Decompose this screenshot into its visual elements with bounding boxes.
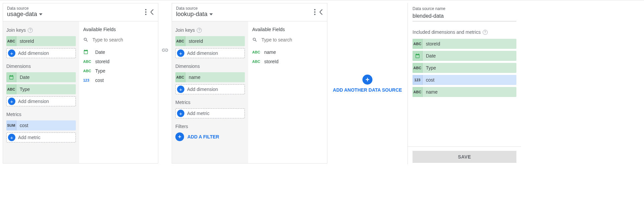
available-field-row[interactable]: ABC storeId [252, 57, 323, 66]
add-metric-button[interactable]: + Add metric [6, 132, 76, 142]
blended-name-input[interactable] [413, 12, 516, 21]
svg-point-5 [314, 14, 316, 15]
dimensions-header: Dimensions [175, 64, 245, 69]
type-badge-icon: ABC [6, 36, 16, 46]
field-pill[interactable]: ABC name [413, 87, 516, 97]
search-icon [252, 37, 258, 43]
chevron-down-icon [39, 13, 42, 15]
field-pill[interactable]: ABC name [175, 72, 245, 82]
field-pill[interactable]: ABC Type [6, 84, 76, 94]
field-pill[interactable]: ABC Type [413, 63, 516, 73]
plus-icon: + [175, 132, 184, 141]
add-dimension-button[interactable]: + Add dimension [6, 96, 76, 106]
more-vert-icon[interactable] [145, 9, 147, 15]
plus-icon: + [8, 98, 15, 105]
type-badge-icon: ABC [175, 72, 185, 82]
field-name: name [185, 75, 200, 80]
type-badge-icon: ABC [413, 39, 423, 49]
field-pill[interactable]: SUM cost [6, 120, 76, 130]
field-name: cost [423, 77, 435, 83]
field-name: storeId [423, 41, 440, 46]
source-card-1: Data source lookup-data Join keys? ABC s… [172, 3, 327, 164]
add-dimension-button[interactable]: + Add dimension [6, 48, 76, 58]
join-keys-header: Join keys? [175, 27, 245, 33]
field-name: storeId [185, 38, 203, 44]
save-button[interactable]: SAVE [413, 151, 516, 163]
field-pill[interactable]: Date [413, 51, 516, 61]
source-config-col: Join keys? ABC storeId + Add dimension D… [172, 21, 248, 163]
svg-point-3 [314, 9, 316, 10]
field-pill[interactable]: 123 cost [413, 75, 516, 85]
plus-icon: + [177, 110, 184, 117]
field-name: cost [16, 123, 28, 128]
add-dimension-button[interactable]: + Add dimension [175, 48, 245, 58]
more-vert-icon[interactable] [314, 9, 316, 15]
field-name: name [264, 49, 276, 55]
chevron-down-icon [209, 13, 213, 15]
collapse-left-icon[interactable] [320, 9, 323, 15]
type-badge-icon: 123 [413, 75, 423, 85]
blend-editor: Data source usage-data Join keys? ABC st… [0, 0, 644, 164]
source-header: Data source lookup-data [172, 3, 327, 21]
field-name: Date [95, 49, 105, 55]
join-link-icon[interactable] [158, 46, 172, 54]
field-pill[interactable]: ABC storeId [413, 39, 516, 49]
source-name: usage-data [7, 11, 37, 18]
plus-icon: + [362, 75, 372, 85]
source-name: lookup-data [176, 11, 207, 18]
plus-icon: + [177, 49, 184, 57]
join-keys-header: Join keys? [6, 27, 76, 33]
type-badge-icon: SUM [6, 120, 16, 130]
available-fields-col: Available Fields ABC name ABC storeId [248, 21, 327, 163]
field-name: cost [95, 78, 104, 83]
add-filter-button[interactable]: + ADD A FILTER [175, 132, 245, 141]
svg-point-4 [314, 11, 316, 13]
add-metric-button[interactable]: + Add metric [175, 108, 245, 118]
plus-icon: + [177, 86, 184, 93]
type-badge-icon [6, 72, 16, 82]
type-badge-icon [413, 51, 423, 61]
field-name: storeId [95, 59, 110, 64]
included-header: Included dimensions and metrics? [413, 29, 516, 35]
available-fields-col: Available Fields Date ABC storeId ABC Ty… [79, 21, 158, 163]
field-name: Date [16, 75, 30, 80]
available-fields-header: Available Fields [83, 27, 154, 32]
search-input[interactable] [93, 37, 154, 42]
field-name: storeId [16, 38, 34, 44]
source-card-0: Data source usage-data Join keys? ABC st… [3, 3, 158, 164]
field-pill[interactable]: ABC storeId [175, 36, 245, 46]
source-name-selector[interactable]: usage-data [7, 11, 42, 18]
help-icon[interactable]: ? [483, 30, 488, 35]
ds-name-label: Data source name [413, 6, 516, 11]
add-another-source-button[interactable]: + ADD ANOTHER DATA SOURCE [327, 3, 408, 164]
field-pill[interactable]: ABC storeId [6, 36, 76, 46]
field-name: storeId [264, 59, 279, 64]
plus-icon: + [8, 49, 15, 57]
search-input[interactable] [262, 37, 323, 42]
field-pill[interactable]: Date [6, 72, 76, 82]
field-name: Type [423, 65, 436, 71]
source-name-selector[interactable]: lookup-data [176, 11, 213, 18]
available-field-row[interactable]: ABC storeId [83, 57, 154, 66]
svg-point-2 [145, 14, 147, 15]
data-source-label: Data source [7, 6, 42, 11]
add-dimension-button[interactable]: + Add dimension [175, 84, 245, 94]
type-badge-icon [83, 49, 91, 55]
metrics-header: Metrics [175, 100, 245, 105]
type-badge-icon: ABC [252, 50, 260, 54]
source-header: Data source usage-data [3, 3, 158, 21]
help-icon[interactable]: ? [197, 28, 202, 33]
available-field-row[interactable]: ABC name [252, 47, 323, 57]
type-badge-icon: ABC [252, 60, 260, 64]
plus-icon: + [8, 134, 15, 141]
search-icon [83, 37, 89, 43]
available-field-row[interactable]: Date [83, 47, 154, 57]
type-badge-icon: ABC [83, 60, 91, 64]
available-field-row[interactable]: ABC Type [83, 66, 154, 76]
help-icon[interactable]: ? [28, 28, 33, 33]
filters-header: Filters [175, 124, 245, 129]
type-badge-icon: ABC [413, 87, 423, 97]
available-field-row[interactable]: 123 cost [83, 76, 154, 85]
collapse-left-icon[interactable] [151, 9, 154, 15]
field-name: Type [95, 68, 105, 74]
